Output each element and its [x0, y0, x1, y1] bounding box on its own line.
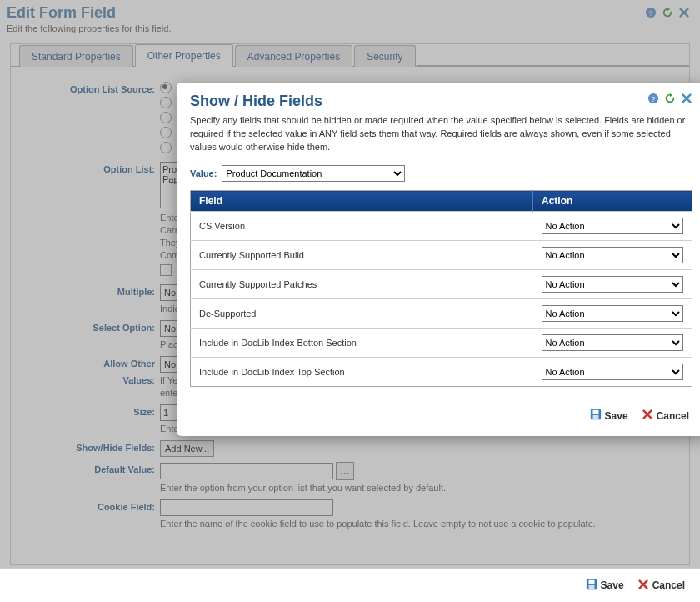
dialog-save-label: Save: [605, 410, 628, 422]
table-row: Currently Supported PatchesNo Action: [191, 270, 692, 299]
col-field: Field: [191, 191, 533, 212]
dialog-cancel-button[interactable]: Cancel: [642, 409, 689, 423]
table-row: Include in DocLib Index Botton SectionNo…: [191, 329, 692, 358]
value-label: Value:: [190, 168, 217, 178]
field-name-cell: Include in DocLib Index Top Section: [191, 358, 533, 387]
table-row: De-SupportedNo Action: [191, 299, 692, 329]
field-name-cell: De-Supported: [191, 299, 533, 329]
action-select[interactable]: No Action: [542, 276, 684, 293]
dialog-close-icon[interactable]: [681, 93, 692, 106]
page-cancel-button[interactable]: Cancel: [638, 579, 685, 593]
dialog-title: Show / Hide Fields: [190, 93, 648, 110]
cancel-icon: [638, 579, 649, 593]
field-name-cell: Include in DocLib Index Botton Section: [191, 329, 533, 358]
dialog-cancel-label: Cancel: [657, 410, 689, 422]
col-action: Action: [533, 191, 692, 212]
svg-text:?: ?: [652, 95, 656, 103]
svg-rect-4: [588, 584, 594, 588]
field-name-cell: CS Version: [191, 212, 533, 241]
cancel-icon: [642, 409, 653, 423]
page-save-label: Save: [601, 579, 624, 591]
table-row: Include in DocLib Index Top SectionNo Ac…: [191, 358, 692, 387]
action-select[interactable]: No Action: [542, 305, 684, 322]
action-select[interactable]: No Action: [542, 334, 684, 351]
svg-rect-3: [588, 579, 594, 583]
field-name-cell: Currently Supported Patches: [191, 270, 533, 299]
table-row: Currently Supported BuildNo Action: [191, 241, 692, 270]
page-save-button[interactable]: Save: [586, 579, 624, 593]
action-select[interactable]: No Action: [542, 218, 684, 234]
action-select[interactable]: No Action: [542, 247, 684, 263]
svg-rect-9: [592, 415, 598, 419]
page-cancel-label: Cancel: [652, 579, 685, 591]
dialog-help-icon[interactable]: ?: [648, 93, 659, 106]
action-select[interactable]: No Action: [542, 364, 684, 380]
show-hide-fields-dialog: Show / Hide Fields ? Specify any fields …: [177, 83, 700, 436]
dialog-refresh-icon[interactable]: [664, 93, 676, 106]
field-name-cell: Currently Supported Build: [191, 241, 533, 270]
page-footer: Save Cancel: [0, 568, 700, 602]
value-select[interactable]: Product Documentation: [222, 165, 405, 182]
dialog-description: Specify any fields that should be hidden…: [190, 113, 692, 153]
save-icon: [586, 579, 598, 593]
fields-table: Field Action CS VersionNo ActionCurrentl…: [190, 190, 692, 387]
table-row: CS VersionNo Action: [191, 212, 692, 241]
svg-rect-8: [592, 410, 598, 414]
save-icon: [590, 409, 602, 423]
dialog-save-button[interactable]: Save: [590, 409, 628, 423]
